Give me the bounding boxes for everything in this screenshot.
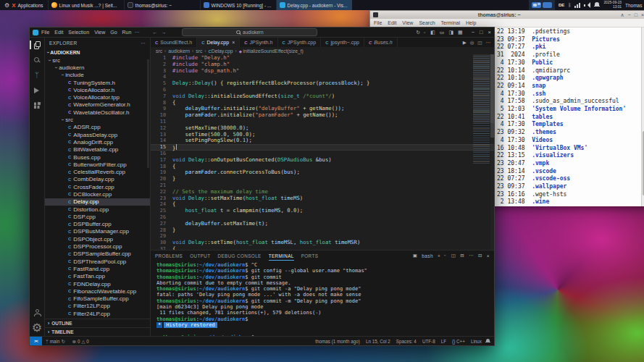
menu-more-icon[interactable]: ⋯	[134, 30, 139, 35]
tree-item-dsp-cpp[interactable]: CDSP.cpp	[45, 213, 150, 220]
tree-item-tuningsystem-h[interactable]: CTuningSystem.h	[45, 79, 150, 86]
menu-edit[interactable]: Edit	[54, 30, 63, 35]
close-tab-icon[interactable]: ×	[232, 40, 235, 45]
tree-item-src[interactable]: ›src	[45, 56, 150, 64]
vscode-titlebar[interactable]: FileEditSelectionViewGoRun ⋯ ← → audioke…	[30, 28, 494, 38]
status-item[interactable]: UTF-8	[422, 339, 435, 344]
menu-selection[interactable]: Selection	[68, 30, 89, 35]
remote-indicator[interactable]: ><	[30, 337, 42, 345]
command-center-search[interactable]: audiokern	[182, 28, 317, 36]
bell-icon[interactable]	[485, 339, 490, 344]
run-debug-icon[interactable]	[33, 86, 41, 95]
tree-item-dspbuffer-cpp[interactable]: CDSPBuffer.cpp	[45, 221, 150, 228]
taskbar-window-button[interactable]: WINDOWS 10 [Running] - ...	[200, 0, 276, 10]
taskbar-window-button[interactable]: Linux und Musik ...? | Seit...	[48, 0, 124, 10]
account-icon[interactable]	[33, 308, 41, 317]
tree-item-combdelay-cpp[interactable]: CCombDelay.cpp	[45, 176, 150, 183]
tree-item-delay-cpp[interactable]: CDelay.cpp	[45, 198, 150, 206]
terminal-titlebar[interactable]: thomas@sirius: ~ ∧ − □ ×	[370, 11, 644, 19]
workspace-section[interactable]: › AUDIOKERN	[45, 49, 150, 56]
shade-icon[interactable]: ∧	[620, 12, 624, 18]
tree-item-dspthreadpool-cpp[interactable]: CDSPThreadPool.cpp	[45, 258, 150, 265]
forward-icon[interactable]: →	[161, 30, 166, 35]
menu-go[interactable]: Go	[110, 30, 117, 35]
branch-status[interactable]: ᛘ main ↻	[42, 339, 69, 344]
bluetooth-icon[interactable]: ᛒ	[568, 0, 571, 10]
section-outline[interactable]: ›OUTLINE	[45, 319, 150, 327]
tree-item-fdndelay-cpp[interactable]: CFDNDelay.cpp	[45, 280, 150, 287]
tree-item-distortion-cpp[interactable]: CDistortion.cpp	[45, 206, 150, 213]
code-editor[interactable]: 1#include "Delay.h"2#include "clamp.h"3#…	[151, 54, 494, 250]
toggle-sidebar-icon[interactable]: ◧	[430, 30, 435, 35]
run-target-icon[interactable]: ◎	[470, 40, 474, 46]
gear-icon[interactable]: ⚙	[4, 2, 9, 9]
applications-menu[interactable]: ⚙ X Applications	[0, 0, 48, 10]
back-icon[interactable]: ←	[152, 30, 157, 35]
tree-item-celestialreverb-cpp[interactable]: CCelestialReverb.cpp	[45, 168, 150, 175]
breadcrumb-item[interactable]: ◆ initializeSoundEffect(size_t)	[239, 49, 304, 54]
maximize-panel-icon[interactable]: ⊡	[478, 253, 482, 258]
tab-jpsynth-cpp[interactable]: Cjpsynth~.cpp	[321, 38, 364, 47]
editor-scrollbar-thumb[interactable]	[490, 54, 494, 138]
tree-item-fibonacciwavetable-cpp[interactable]: CFibonacciWavetable.cpp	[45, 287, 150, 295]
tree-item-buses-cpp[interactable]: CBuses.cpp	[45, 153, 150, 161]
integrated-terminal[interactable]: thomas@sirius:~/dev/audiokern$ ^Cthomas@…	[151, 261, 494, 336]
tree-item-fastrand-cpp[interactable]: CFastRand.cpp	[45, 265, 150, 272]
status-item[interactable]: thomas (1 month ago)	[315, 339, 360, 344]
sync-icon[interactable]: ↻	[416, 30, 420, 35]
workspace-1[interactable]	[532, 2, 541, 8]
search-sidebar-icon[interactable]	[33, 56, 41, 64]
problems-status[interactable]: ⊗ 0 △ 0	[69, 339, 93, 344]
close-panel-icon[interactable]: ×	[487, 253, 490, 258]
tree-item-dspsamplebuffer-cpp[interactable]: CDSPSampleBuffer.cpp	[45, 251, 150, 258]
tree-item-audiokern[interactable]: ›audiokern	[45, 64, 150, 71]
tree-item-dspobject-cpp[interactable]: CDSPObject.cpp	[45, 235, 150, 243]
settings-gear-icon[interactable]: ⚙	[33, 323, 41, 332]
maximize-icon[interactable]: □	[635, 12, 637, 18]
workspace-pager[interactable]	[529, 0, 555, 10]
restore-icon[interactable]: □	[480, 29, 483, 35]
taskbar-window-button[interactable]: thomas@sirius: ~	[124, 0, 200, 10]
tree-item-dspbusmanager-cpp[interactable]: CDSPBusManager.cpp	[45, 228, 150, 235]
clock[interactable]: 2025-09-23 13:01	[603, 1, 622, 9]
tree-item-adsr-cpp[interactable]: CADSR.cpp	[45, 124, 150, 131]
editor-more-icon[interactable]: ⋯	[486, 40, 491, 46]
source-control-icon[interactable]: ᛘ	[33, 71, 41, 80]
tree-item-dcblocker-cpp[interactable]: CDCBlocker.cpp	[45, 190, 150, 198]
panel-tab-ports[interactable]: PORTS	[301, 251, 319, 261]
status-item[interactable]: {} C++	[452, 339, 465, 344]
tree-item-analogdrift-cpp[interactable]: CAnalogDrift.cpp	[45, 138, 150, 146]
tree-item-crossfader-cpp[interactable]: CCrossFader.cpp	[45, 183, 150, 190]
tree-item-bitwavetable-cpp[interactable]: CBitWavetable.cpp	[45, 146, 150, 153]
terminal-menu-file[interactable]: File	[374, 20, 382, 25]
terminal-menu-terminal[interactable]: Terminal	[441, 20, 460, 25]
toggle-panel-icon[interactable]: ▭	[440, 30, 445, 35]
status-item[interactable]: Linux	[471, 339, 482, 344]
tree-item-fifosamplebuffer-cpp[interactable]: CFifoSampleBuffer.cpp	[45, 295, 150, 303]
menu-file[interactable]: File	[41, 30, 49, 35]
tab-buses-h[interactable]: CBuses.h	[364, 38, 398, 47]
split-terminal-icon[interactable]: ◫	[451, 253, 456, 258]
panel-tab-problems[interactable]: PROBLEMS	[155, 251, 183, 261]
close-icon[interactable]: ×	[641, 12, 644, 18]
terminal-menu-help[interactable]: Help	[466, 20, 476, 25]
sidebar-scrollbar[interactable]	[147, 59, 149, 168]
status-item[interactable]: Spaces: 4	[396, 339, 417, 344]
toggle-secondary-sidebar-icon[interactable]: ◨	[448, 30, 453, 35]
menu-view[interactable]: View	[94, 30, 105, 35]
minimize-icon[interactable]: −	[628, 12, 631, 18]
network-icon[interactable]	[574, 3, 580, 8]
tree-item-filter12lp-cpp[interactable]: CFilter12LP.cpp	[45, 303, 150, 310]
customize-layout-icon[interactable]: ▦	[458, 30, 463, 35]
terminal-scrollbar[interactable]	[641, 28, 644, 206]
new-terminal-icon[interactable]: +	[438, 253, 440, 258]
tree-item-wavetableoscillator-h[interactable]: CWavetableOscillator.h	[45, 109, 150, 116]
keyboard-layout-indicator[interactable]: DE	[559, 3, 564, 7]
breadcrumb-item[interactable]: CDelay.cpp	[209, 49, 233, 54]
user-applet[interactable]: Thomas	[625, 3, 644, 8]
tree-item-fasttan-cpp[interactable]: CFastTan.cpp	[45, 273, 150, 280]
tree-item-allpassdelay-cpp[interactable]: CAllpassDelay.cpp	[45, 131, 150, 138]
tree-item-filter24lp-cpp[interactable]: CFilter24LP.cpp	[45, 310, 150, 317]
volume-icon[interactable]	[584, 2, 590, 8]
workspace-2[interactable]	[543, 2, 552, 8]
